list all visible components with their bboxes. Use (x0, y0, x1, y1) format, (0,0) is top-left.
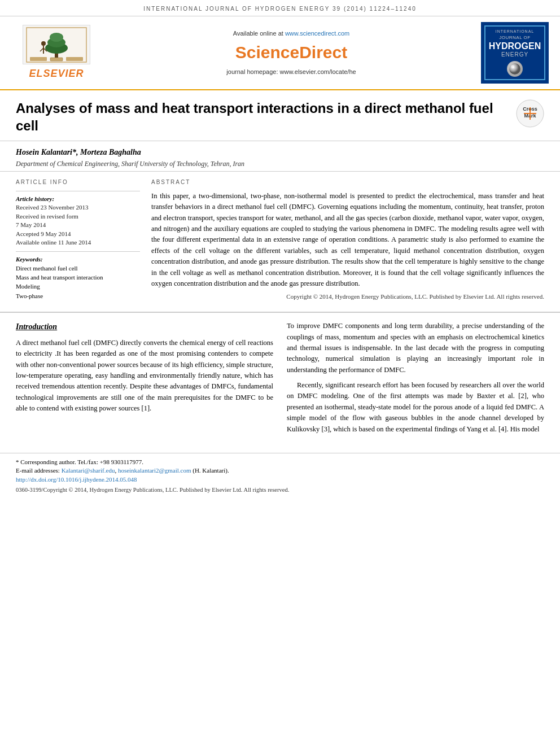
keywords-label: Keywords: (16, 255, 140, 264)
email1-link[interactable]: Kalantari@sharif.edu (62, 467, 115, 474)
intro-para2: To improve DMFC components and long term… (287, 321, 544, 375)
email-label: E-mail addresses: (16, 467, 60, 474)
divider1 (16, 191, 140, 191)
svg-point-14 (511, 65, 514, 68)
intro-para1: A direct methanol fuel cell (DMFC) direc… (16, 338, 273, 414)
introduction-text: A direct methanol fuel cell (DMFC) direc… (16, 338, 273, 414)
doi-link[interactable]: http://dx.doi.org/10.1016/j.ijhydene.201… (16, 476, 137, 483)
received2: 7 May 2014 (16, 221, 140, 229)
doi-line: http://dx.doi.org/10.1016/j.ijhydene.201… (16, 475, 544, 484)
center-header: Available online at www.sciencedirect.co… (102, 29, 481, 76)
author-names: Hosein Kalantari*, Morteza Baghalha (16, 148, 141, 156)
available-online: Available online 11 June 2014 (16, 238, 140, 247)
elsevier-tree-image (23, 25, 90, 64)
body-col-right: To improve DMFC components and long term… (287, 321, 544, 439)
abstract-label: Abstract (151, 178, 544, 186)
article-info-abstract: Article Info Article history: Received 2… (0, 171, 560, 312)
hydrogen-journal: JOURNAL OF (488, 34, 542, 41)
intro-para3: Recently, significant research effort ha… (287, 380, 544, 435)
email2-link[interactable]: hoseinkalantari2@gmail.com (118, 467, 191, 474)
svg-rect-10 (50, 58, 63, 61)
body-col-left: Introduction A direct methanol fuel cell… (16, 321, 273, 439)
copyright-line: Copyright © 2014, Hydrogen Energy Public… (151, 292, 544, 301)
hydrogen-energy-logo: INTERNATIONAL JOURNAL OF HYDROGEN ENERGY (481, 22, 549, 84)
hydrogen-circle-graphic (507, 61, 523, 77)
email-footnote: E-mail addresses: Kalantari@sharif.edu, … (16, 466, 544, 475)
article-main-title: Analyses of mass and heat transport inte… (16, 99, 516, 134)
svg-point-5 (50, 33, 63, 42)
journal-header: International Journal of Hydrogen Energy… (0, 0, 560, 16)
hydrogen-energy: ENERGY (488, 51, 542, 59)
received1: Received 23 November 2013 (16, 203, 140, 212)
corresponding-text: * Corresponding author. Tel./fax: +98 93… (16, 458, 143, 465)
abstract-col: Abstract In this paper, a two-dimensiona… (151, 178, 544, 305)
elsevier-wordmark: ELSEVIER (29, 67, 84, 81)
svg-rect-12 (66, 57, 83, 61)
keyword-1: Direct methanol fuel cell (16, 264, 140, 273)
keyword-2: Mass and heat transport interaction (16, 273, 140, 282)
footnotes-section: * Corresponding author. Tel./fax: +98 93… (0, 453, 560, 499)
body-right-text: To improve DMFC components and long term… (287, 321, 544, 435)
svg-rect-11 (30, 57, 47, 61)
article-title-section: Analyses of mass and heat transport inte… (0, 90, 560, 141)
authors-line: Hosein Kalantari*, Morteza Baghalha (16, 147, 544, 158)
affiliation-line: Department of Chemical Engineering, Shar… (16, 159, 544, 169)
hydrogen-big: HYDROGEN (488, 42, 542, 51)
keywords-list: Direct methanol fuel cell Mass and heat … (16, 264, 140, 301)
authors-section: Hosein Kalantari*, Morteza Baghalha Depa… (0, 141, 560, 171)
divider2 (16, 251, 140, 252)
journal-title-top: International Journal of Hydrogen Energy… (143, 6, 417, 12)
article-info-col: Article Info Article history: Received 2… (16, 178, 140, 305)
keywords-group: Keywords: Direct methanol fuel cell Mass… (16, 255, 140, 300)
crossmark-logo[interactable]: Cross Mark (516, 99, 544, 128)
introduction-heading: Introduction (16, 321, 273, 333)
accepted: Accepted 9 May 2014 (16, 230, 140, 238)
available-online: Available online at www.sciencedirect.co… (113, 29, 470, 38)
history-label: Article history: (16, 195, 140, 203)
svg-point-13 (509, 63, 520, 75)
abstract-text: In this paper, a two-dimensional, two-ph… (151, 191, 544, 289)
two-col-body: Introduction A direct methanol fuel cell… (16, 321, 544, 439)
hydrogen-intl: INTERNATIONAL (488, 29, 542, 34)
received-revised-label: Received in revised form (16, 212, 140, 221)
elsevier-logo: ELSEVIER (11, 25, 102, 81)
sciencedirect-title: ScienceDirect (113, 41, 470, 64)
keyword-4: Two-phase (16, 292, 140, 300)
logo-banner: ELSEVIER Available online at www.science… (0, 16, 560, 90)
corresponding-footnote: * Corresponding author. Tel./fax: +98 93… (16, 458, 544, 466)
email-suffix: (H. Kalantari). (193, 467, 229, 474)
sciencedirect-link[interactable]: www.sciencedirect.com (285, 30, 349, 37)
journal-homepage: journal homepage: www.elsevier.com/locat… (113, 68, 470, 76)
main-body: Introduction A direct methanol fuel cell… (0, 312, 560, 447)
hydrogen-logo-inner: INTERNATIONAL JOURNAL OF HYDROGEN ENERGY (484, 25, 545, 80)
article-history: Article history: Received 23 November 20… (16, 195, 140, 247)
footer-license: 0360-3199/Copyright © 2014, Hydrogen Ene… (16, 486, 544, 495)
keyword-3: Modeling (16, 282, 140, 291)
article-info-label: Article Info (16, 178, 140, 186)
svg-point-6 (41, 41, 46, 46)
